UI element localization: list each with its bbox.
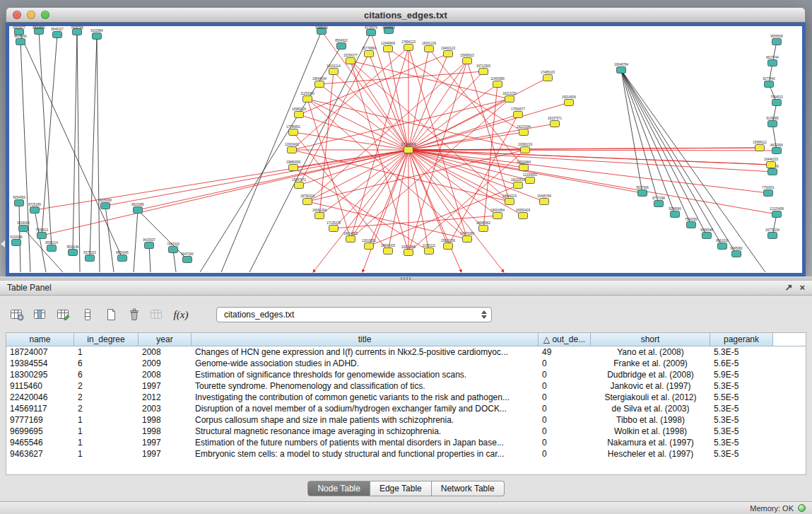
function-builder-icon[interactable]: f(x) [172, 307, 190, 322]
table-cell[interactable]: Estimation of significance thresholds fo… [192, 370, 539, 380]
table-cell[interactable]: 0 [539, 370, 591, 380]
network-edge[interactable] [39, 31, 52, 248]
table-cell[interactable]: Yano et al. (2008) [591, 347, 710, 357]
table-cell[interactable]: 1997 [139, 449, 192, 459]
table-cell[interactable]: Franke et al. (2009) [591, 358, 710, 368]
table-cell[interactable]: 6 [74, 358, 139, 368]
table-cell[interactable]: 5.6E-5 [710, 358, 773, 368]
close-panel-icon[interactable]: × [799, 283, 805, 293]
new-table-icon[interactable] [102, 307, 120, 322]
table-cell[interactable]: 1 [74, 415, 139, 425]
edit-columns-icon[interactable] [55, 307, 73, 322]
network-node[interactable] [764, 190, 773, 197]
table-cell[interactable]: 19384554 [6, 358, 74, 368]
network-edge[interactable] [42, 150, 408, 235]
table-cell[interactable]: 0 [539, 358, 591, 368]
network-edge[interactable] [408, 150, 768, 193]
table-cell[interactable]: 5.5E-5 [710, 392, 773, 402]
column-header-out_de[interactable]: △ out_de... [539, 333, 591, 346]
network-node[interactable] [540, 199, 549, 205]
network-edge[interactable] [313, 150, 408, 272]
table-cell[interactable]: 0 [539, 404, 591, 414]
network-node[interactable] [521, 147, 530, 153]
network-canvas[interactable]: 9063677882459095463277608798910288486330… [9, 26, 802, 273]
table-cell[interactable]: 1997 [139, 381, 192, 391]
table-row[interactable]: 969969511998Structural magnetic resonanc… [6, 426, 806, 437]
close-window-button[interactable] [13, 11, 21, 19]
table-cell[interactable]: 2008 [139, 347, 192, 357]
network-node[interactable] [654, 201, 664, 207]
network-node[interactable] [772, 211, 782, 218]
network-node[interactable] [425, 46, 434, 52]
table-cell[interactable]: 0 [539, 438, 591, 448]
collapse-panel-icon[interactable] [1, 240, 5, 247]
network-node[interactable] [101, 203, 110, 209]
network-edge[interactable] [388, 49, 408, 150]
network-edge[interactable] [621, 70, 675, 214]
table-cell[interactable]: Changes of HCN gene expression and I(f) … [192, 347, 539, 357]
table-cell[interactable]: Dudbridge et al. (2008) [591, 370, 710, 380]
network-node[interactable] [19, 226, 28, 232]
network-node[interactable] [638, 190, 647, 197]
network-node[interactable] [295, 182, 304, 189]
table-cell[interactable]: Genome-wide association studies in ADHD. [192, 358, 539, 368]
combo-stepper-icon[interactable] [481, 310, 487, 319]
network-node[interactable] [404, 45, 413, 51]
table-cell[interactable]: Corpus callosum shape and size in male p… [192, 415, 539, 425]
table-cell[interactable]: Embryonic stem cells: a model to study s… [192, 449, 539, 459]
table-cell[interactable]: 49 [539, 347, 591, 357]
table-cell[interactable]: 0 [539, 381, 591, 391]
table-row[interactable]: 2242004622012Investigating the contribut… [6, 392, 806, 403]
table-cell[interactable]: 0 [539, 426, 591, 436]
network-node[interactable] [526, 177, 535, 184]
network-node[interactable] [687, 222, 696, 228]
network-edge[interactable] [97, 36, 100, 272]
row-options-icon[interactable] [78, 307, 97, 322]
network-node[interactable] [16, 39, 25, 45]
column-header-in_degree[interactable]: in_degree [74, 333, 139, 346]
table-cell[interactable]: 14569117 [6, 404, 74, 414]
table-cell[interactable]: Stergiakouli et al. (2012) [591, 392, 710, 402]
network-node[interactable] [543, 75, 553, 81]
network-edge[interactable] [77, 32, 80, 272]
network-node[interactable] [183, 257, 192, 263]
network-node[interactable] [514, 112, 523, 118]
window-titlebar[interactable]: citations_edges.txt [6, 7, 806, 23]
splitter-handle[interactable] [401, 277, 411, 280]
network-node[interactable] [12, 240, 21, 246]
network-node[interactable] [551, 121, 560, 127]
network-node[interactable] [479, 226, 488, 232]
table-cell[interactable]: Structural magnetic resonance image aver… [192, 426, 539, 436]
network-node[interactable] [765, 81, 774, 88]
network-node[interactable] [365, 243, 374, 250]
tab-network-table[interactable]: Network Table [432, 481, 505, 496]
network-node[interactable] [493, 213, 502, 219]
table-cell[interactable]: 2008 [139, 370, 192, 380]
table-cell[interactable]: Jankovic et al. (1997) [591, 381, 710, 391]
table-cell[interactable]: 1998 [139, 415, 192, 425]
table-cell[interactable]: 5.3E-5 [710, 381, 773, 391]
network-edge[interactable] [621, 70, 707, 235]
network-node[interactable] [505, 96, 514, 103]
table-row[interactable]: 946554611997Estimation of the future num… [6, 437, 806, 448]
network-edge[interactable] [319, 71, 334, 216]
network-edge[interactable] [351, 61, 408, 150]
network-edge[interactable] [35, 150, 408, 210]
network-edge[interactable] [621, 70, 765, 272]
network-edge[interactable] [351, 61, 510, 201]
table-cell[interactable]: 0 [539, 449, 591, 459]
network-node[interactable] [118, 255, 127, 262]
network-node[interactable] [329, 69, 339, 75]
network-edge[interactable] [319, 71, 483, 84]
table-cell[interactable]: 5.3E-5 [710, 449, 773, 459]
select-columns-icon[interactable] [32, 307, 50, 322]
network-edge[interactable] [307, 61, 467, 201]
table-cell[interactable]: 2012 [139, 392, 192, 402]
network-node[interactable] [702, 233, 712, 239]
network-node[interactable] [289, 165, 298, 171]
network-node[interactable] [519, 213, 528, 219]
network-edge[interactable] [42, 35, 57, 235]
network-edge[interactable] [334, 216, 498, 228]
column-header-year[interactable]: year [139, 333, 192, 346]
network-node[interactable] [732, 251, 741, 257]
